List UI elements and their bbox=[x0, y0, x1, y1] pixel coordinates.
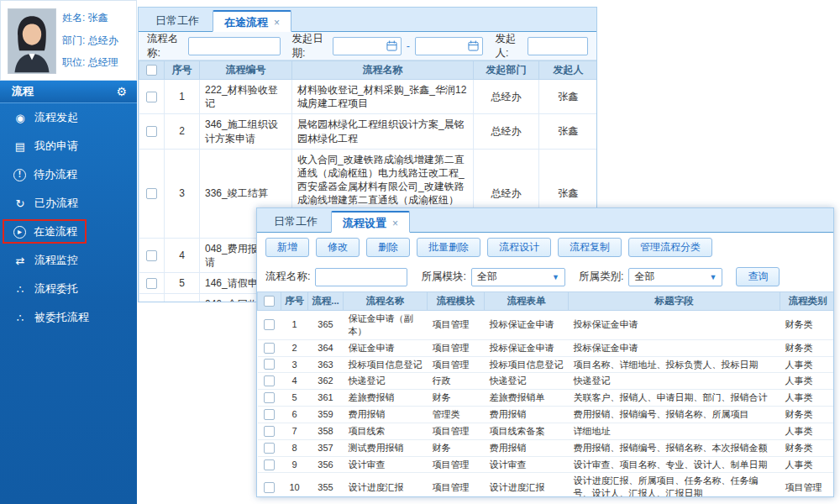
cell-code: 346_施工组织设计方案申请 bbox=[200, 114, 292, 149]
checkbox[interactable] bbox=[146, 278, 157, 289]
edit-button[interactable]: 修改 bbox=[316, 238, 360, 257]
initiator-label: 发起人: bbox=[495, 32, 522, 60]
process-settings-table-row[interactable]: 6359费用报销管理类费用报销费用报销、报销编号、报销名称、所属项目财务类 bbox=[258, 407, 835, 423]
checkbox[interactable] bbox=[264, 409, 275, 420]
manage-process-category-button[interactable]: 管理流程分类 bbox=[628, 238, 712, 257]
tab-process-settings[interactable]: 流程设置× bbox=[331, 211, 410, 233]
sidebar-item-pending-process[interactable]: !待办流程 bbox=[0, 160, 137, 189]
process-copy-button[interactable]: 流程复制 bbox=[558, 238, 622, 257]
checkbox[interactable] bbox=[264, 426, 275, 437]
process-settings-table-row[interactable]: 1365保证金申请（副本）项目管理投标保证金申请投标保证金申请财务类 bbox=[258, 311, 835, 340]
process-settings-table-row[interactable]: 3363投标项目信息登记项目管理投标项目信息登记项目名称、详细地址、投标负责人、… bbox=[258, 356, 835, 373]
initiator-input[interactable] bbox=[528, 37, 588, 55]
in-transit-table-row[interactable]: 2346_施工组织设计方案申请晨铭园林绿化工程组织设计方案_晨铭园林绿化工程总经… bbox=[139, 114, 598, 149]
category-select[interactable]: 全部 ▼ bbox=[628, 268, 722, 286]
checkbox[interactable] bbox=[146, 65, 157, 76]
cell-no: 6 bbox=[165, 294, 200, 302]
sidebar-item-delegated-process[interactable]: ∴被委托流程 bbox=[0, 303, 137, 332]
checkbox-cell bbox=[258, 407, 281, 423]
cell-category: 财务类 bbox=[780, 407, 835, 423]
sidebar-item-label: 流程委托 bbox=[34, 281, 78, 297]
checkbox[interactable] bbox=[146, 126, 157, 137]
cell-no: 4 bbox=[281, 373, 308, 390]
cell-form: 快递登记 bbox=[485, 373, 569, 390]
category-select-value: 全部 bbox=[634, 270, 654, 284]
column-header: 流程... bbox=[308, 292, 344, 311]
cell-code: 365 bbox=[308, 311, 344, 340]
gear-icon[interactable]: ⚙ bbox=[116, 85, 127, 98]
cell-title_field: 项目名称、详细地址、投标负责人、投标日期 bbox=[569, 356, 780, 373]
tab-daily-work-2[interactable]: 日常工作 bbox=[262, 210, 329, 232]
process-name-label: 流程名称: bbox=[265, 270, 310, 284]
process-settings-table-row[interactable]: 10355设计进度汇报项目管理设计进度汇报设计进度汇报、所属项目、任务名称、任务… bbox=[258, 473, 835, 497]
process-settings-table-row[interactable]: 4362快递登记行政快递登记快递登记人事类 bbox=[258, 373, 835, 390]
cell-no: 8 bbox=[281, 439, 308, 456]
sidebar-item-my-application[interactable]: ▤我的申请 bbox=[0, 132, 137, 160]
profile-name: 姓名: 张鑫 bbox=[62, 11, 118, 25]
sidebar-item-done-process[interactable]: ↻已办流程 bbox=[0, 189, 137, 218]
cell-module: 项目管理 bbox=[428, 356, 485, 373]
sidebar-item-process-monitor[interactable]: ⇄流程监控 bbox=[0, 246, 137, 275]
window1-filter-bar: 流程名称: 发起日期: - 发起人: bbox=[139, 32, 596, 60]
cell-person: 张鑫 bbox=[539, 114, 598, 149]
cell-no: 1 bbox=[165, 80, 200, 114]
cell-no: 2 bbox=[165, 114, 200, 149]
process-settings-table-row[interactable]: 5361差旅费报销财务差旅费报销单关联客户、报销人、申请日期、部门、报销合计人事… bbox=[258, 390, 835, 407]
batch-delete-button[interactable]: 批量删除 bbox=[417, 238, 480, 257]
tab-close-icon[interactable]: × bbox=[392, 218, 398, 229]
process-settings-table-row[interactable]: 9356设计审查项目管理设计审查设计审查、项目名称、专业、设计人、制单日期人事类 bbox=[258, 456, 835, 473]
module-select-value: 全部 bbox=[477, 270, 497, 284]
tab-close-icon[interactable]: × bbox=[274, 17, 280, 29]
checkbox[interactable] bbox=[264, 359, 275, 370]
checkbox[interactable] bbox=[264, 392, 275, 403]
cell-name: 保证金申请 bbox=[344, 339, 428, 356]
process-settings-table-row[interactable]: 7358项目线索项目管理项目线索备案详细地址人事类 bbox=[258, 423, 835, 439]
column-header: 流程名称 bbox=[292, 61, 474, 80]
checkbox-cell bbox=[258, 423, 281, 439]
alert-icon: ! bbox=[13, 169, 26, 181]
checkbox[interactable] bbox=[146, 92, 157, 102]
process-settings-table-row[interactable]: 2364保证金申请项目管理投标保证金申请投标保证金申请财务类 bbox=[258, 339, 835, 356]
cell-no: 10 bbox=[281, 473, 308, 497]
process-design-button[interactable]: 流程设计 bbox=[487, 238, 551, 257]
process-settings-table-row[interactable]: 8357测试费用报销财务费用报销费用报销、报销编号、报销名称、本次报销金额财务类 bbox=[258, 439, 835, 456]
chevron-down-icon: ▼ bbox=[552, 273, 559, 281]
column-header: 流程表单 bbox=[485, 292, 569, 311]
checkbox[interactable] bbox=[264, 482, 275, 493]
in-transit-table-row[interactable]: 1222_材料验收登记材料验收登记_材料采购_张鑫_华润12城房建工程项目总经办… bbox=[139, 80, 598, 114]
checkbox[interactable] bbox=[146, 250, 157, 261]
sidebar-item-process-delegation[interactable]: ∴流程委托 bbox=[0, 275, 137, 303]
add-button[interactable]: 新增 bbox=[265, 238, 309, 257]
query-button[interactable]: 查询 bbox=[736, 267, 780, 286]
cell-no: 5 bbox=[165, 273, 200, 294]
tab-in-transit-process[interactable]: 在途流程× bbox=[213, 10, 291, 32]
checkbox[interactable] bbox=[264, 343, 275, 354]
checkbox[interactable] bbox=[264, 459, 275, 470]
select-all-header bbox=[139, 61, 165, 80]
process-settings-table: 序号流程...流程名称流程模块流程表单标题字段流程类别 1365保证金申请（副本… bbox=[257, 291, 834, 497]
module-select[interactable]: 全部 ▼ bbox=[471, 268, 565, 286]
tab-daily-work[interactable]: 日常工作 bbox=[144, 9, 211, 31]
sidebar-item-in-transit-process[interactable]: ▸在途流程 bbox=[0, 218, 137, 246]
checkbox[interactable] bbox=[146, 188, 157, 199]
tab-label: 日常工作 bbox=[155, 14, 199, 27]
cell-code: 362 bbox=[308, 373, 344, 390]
column-header: 序号 bbox=[281, 292, 308, 311]
cell-code: 361 bbox=[308, 390, 344, 407]
checkbox[interactable] bbox=[264, 319, 275, 330]
cell-form: 差旅费报销单 bbox=[485, 390, 569, 407]
process-name-input-2[interactable] bbox=[315, 268, 407, 286]
cell-category: 人事类 bbox=[780, 373, 835, 390]
checkbox[interactable] bbox=[264, 375, 275, 386]
cell-name: 快递登记 bbox=[344, 373, 428, 390]
sidebar-item-process-launch[interactable]: ◉流程发起 bbox=[0, 103, 137, 132]
cell-category: 人事类 bbox=[780, 423, 835, 439]
delete-button[interactable]: 删除 bbox=[366, 238, 410, 257]
avatar bbox=[8, 8, 56, 74]
process-name-input[interactable] bbox=[188, 37, 281, 55]
checkbox[interactable] bbox=[264, 296, 275, 307]
module-label: 所属模块: bbox=[421, 270, 465, 284]
checkbox[interactable] bbox=[264, 443, 275, 454]
date-to-input[interactable] bbox=[415, 37, 484, 55]
date-from-input[interactable] bbox=[333, 37, 402, 55]
